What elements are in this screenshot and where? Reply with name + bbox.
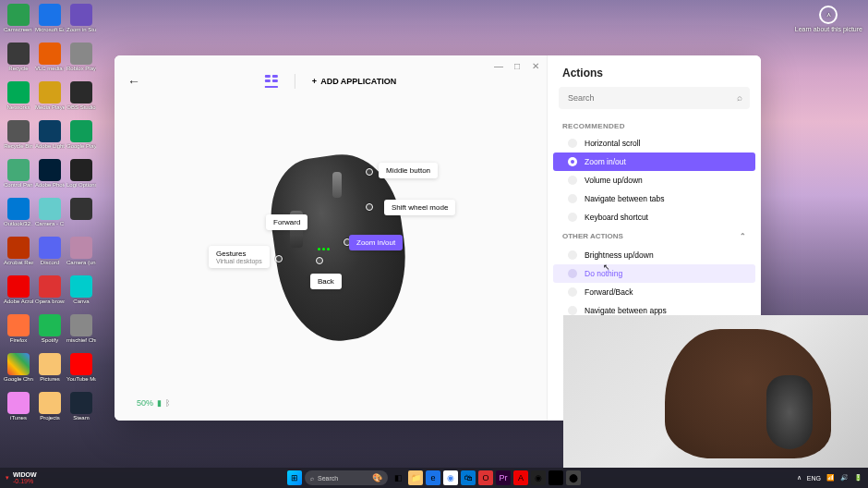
pin-shift[interactable] (366, 203, 373, 211)
desktop-icon[interactable]: VLC media player (35, 43, 65, 79)
desktop-icon[interactable]: Discord (35, 237, 65, 274)
radio-icon (568, 269, 577, 278)
add-application-button[interactable]: + ADD APPLICATION (312, 77, 396, 86)
action-label: Brightness up/down (585, 250, 654, 260)
desktop-icon[interactable]: Media Player Classic (35, 81, 65, 118)
callout-back[interactable]: Back (310, 274, 342, 289)
mouse-visualization: Middle button Shift wheel mode Zoom in/o… (115, 111, 547, 384)
desktop-icon[interactable]: Control Panel (4, 159, 33, 196)
callout-gestures[interactable]: Gestures Virtual desktops (209, 246, 270, 268)
taskbar-widgets[interactable]: ▾ WIDOW -0.19% (6, 471, 37, 484)
desktop-icon[interactable]: mischief Chrome (66, 314, 96, 351)
action-item[interactable]: Keyboard shortcut (553, 208, 755, 226)
action-item[interactable]: Volume up/down (553, 171, 755, 189)
desktop-icon[interactable]: Google Play Games beta (66, 120, 96, 157)
desktop-icon[interactable]: Adobe Photoshop.lnk (35, 159, 65, 196)
volume-icon[interactable]: 🔊 (840, 474, 849, 482)
chrome-icon[interactable]: ◉ (443, 470, 458, 485)
logi-icon[interactable]: ⬤ (566, 470, 581, 485)
wifi-icon[interactable]: 📶 (826, 474, 835, 482)
gestures-sublabel: Virtual desktops (216, 258, 262, 264)
desktop-icon[interactable]: OBS Studio (66, 81, 96, 118)
callout-shift-wheel[interactable]: Shift wheel mode (384, 200, 455, 215)
action-item[interactable]: Zoom in/out (553, 152, 755, 171)
task-view-icon[interactable]: ◧ (391, 470, 405, 485)
recommended-section-label: RECOMMENDED (548, 118, 761, 134)
desktop-icon[interactable]: Microsoft Edge (35, 4, 65, 41)
desktop-icon[interactable] (66, 198, 96, 235)
action-item[interactable]: Horizontal scroll (553, 134, 755, 152)
action-item[interactable]: Do nothing (553, 264, 755, 283)
desktop-icon[interactable]: Spotify (35, 314, 65, 351)
opera-icon[interactable]: O (478, 470, 493, 485)
action-label: Forward/Back (585, 287, 633, 297)
system-tray[interactable]: ∧ ENG 📶 🔊 🔋 (797, 474, 862, 482)
desktop-icon[interactable]: Recycle (4, 43, 33, 79)
desktop-icon[interactable]: Projects (35, 392, 65, 429)
desktop-icon[interactable]: Steam (66, 392, 96, 429)
desktop-icon[interactable]: Camera (unnamed) (66, 237, 96, 274)
desktop-icon[interactable]: Acrobat Reader (4, 237, 33, 274)
taskbar-search-placeholder: Search (318, 475, 338, 482)
desktop-icon[interactable]: Firefox (4, 314, 33, 351)
info-icon: ⋏ (819, 6, 838, 24)
desktop-icon[interactable]: Networks (4, 81, 33, 118)
premiere-icon[interactable]: Pr (496, 470, 511, 485)
desktop-icon[interactable]: Outlook/32… (4, 198, 33, 235)
desktop-icon[interactable]: iTunes (4, 392, 33, 429)
radio-icon (568, 157, 577, 166)
desktop-icon[interactable]: Adobe Lightroom (35, 120, 65, 157)
explorer-icon[interactable]: 📁 (408, 470, 423, 485)
action-label: Do nothing (585, 269, 622, 278)
battery-icon[interactable]: 🔋 (854, 474, 862, 482)
desktop-icon[interactable]: Adobe Acrobat DC (4, 275, 33, 312)
recommended-list: Horizontal scrollZoom in/outVolume up/do… (548, 134, 761, 226)
radio-icon (568, 306, 577, 315)
search-icon[interactable]: ⌕ (737, 92, 742, 103)
acrobat-icon[interactable]: A (513, 470, 528, 485)
desktop-icon[interactable]: Logi Options+ (66, 159, 96, 196)
desktop-icon[interactable]: Camera - C… (35, 198, 65, 235)
other-actions-header[interactable]: OTHER ACTIONS ⌃ (548, 226, 761, 246)
search-icon: ⌕ (310, 475, 314, 482)
edge-icon[interactable]: e (426, 470, 440, 485)
desktop-icon[interactable]: Zoom in Studio (66, 4, 96, 41)
action-label: Navigate between apps (585, 306, 667, 315)
action-item[interactable]: Brightness up/down (553, 246, 755, 264)
tray-chevron-icon[interactable]: ∧ (797, 474, 802, 482)
desktop-icon[interactable]: Google Chrome (4, 353, 33, 390)
back-arrow-icon[interactable]: ← (127, 74, 140, 89)
start-button[interactable]: ⊞ (287, 470, 302, 485)
desktop-icon[interactable]: Pictures (35, 353, 65, 390)
callout-middle-button[interactable]: Middle button (379, 163, 438, 178)
action-item[interactable]: Navigate between tabs (553, 189, 755, 208)
desktop-icon[interactable]: Canva (66, 275, 96, 312)
desktop-icon[interactable]: Roblox Player (66, 43, 96, 79)
other-actions-label: OTHER ACTIONS (562, 232, 623, 240)
battery-percent: 50% (137, 398, 153, 408)
desktop-icon[interactable]: Camscreen Whatsup (4, 4, 33, 41)
callout-zoom[interactable]: Zoom in/out (349, 235, 403, 250)
capcut-icon[interactable]: ✦ (549, 470, 563, 485)
search-input[interactable] (559, 87, 750, 109)
stock-ticker: WIDOW (13, 471, 37, 478)
desktop-icons-grid: Camscreen WhatsupMicrosoft EdgeZoom in S… (4, 4, 96, 429)
pin-gestures[interactable] (275, 255, 283, 262)
tray-lang[interactable]: ENG (807, 475, 821, 482)
obs-icon[interactable]: ◉ (531, 470, 546, 485)
radio-icon (568, 176, 577, 185)
pin-middle[interactable] (366, 168, 373, 176)
action-item[interactable]: Forward/Back (553, 283, 755, 301)
store-icon[interactable]: 🛍 (461, 470, 476, 485)
apps-grid-icon[interactable] (265, 75, 278, 88)
pin-back[interactable] (316, 257, 323, 264)
desktop-info-widget[interactable]: ⋏ Learn about this picture (795, 6, 862, 32)
search-art-icon: 🎨 (372, 473, 382, 482)
callout-forward[interactable]: Forward (266, 214, 307, 230)
bluetooth-icon: ᛒ (165, 398, 170, 408)
radio-icon (568, 287, 577, 297)
desktop-icon[interactable]: YouTube Music (66, 353, 96, 390)
desktop-icon[interactable]: Recycle Bin (4, 120, 33, 157)
taskbar-search[interactable]: ⌕ Search 🎨 (305, 470, 388, 485)
desktop-icon[interactable]: Opera browser (35, 275, 65, 312)
